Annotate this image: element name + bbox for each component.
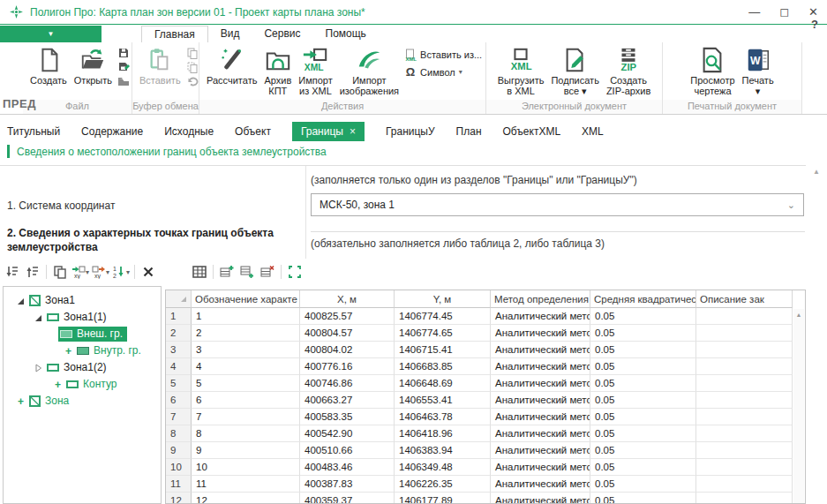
- column-header-5[interactable]: Средняя квадратичес: [590, 290, 696, 308]
- table-scrollbar[interactable]: ▲: [793, 309, 804, 503]
- column-header-6[interactable]: Описание зак: [696, 290, 793, 308]
- table-cell[interactable]: Аналитический метс: [491, 392, 590, 409]
- table-cell[interactable]: [696, 425, 793, 442]
- doc-tab-4[interactable]: Границы×: [292, 122, 365, 141]
- doc-tab-0[interactable]: Титульный: [7, 125, 60, 138]
- table-cell[interactable]: Аналитический метс: [491, 442, 590, 459]
- table-cell[interactable]: 1406683.85: [395, 358, 491, 375]
- import-xml-button[interactable]: XML Импорт из XML: [295, 45, 335, 98]
- export-xml-button[interactable]: XML Выгрузить в XML: [494, 45, 548, 98]
- undo-icon[interactable]: [186, 75, 199, 87]
- row-number-cell[interactable]: 3: [166, 342, 192, 358]
- table-cell[interactable]: 400483.46: [300, 459, 395, 476]
- table-cell[interactable]: 400825.57: [300, 308, 395, 325]
- table-cell[interactable]: [696, 308, 793, 325]
- close-project-icon[interactable]: [117, 75, 130, 87]
- menu-tab-1[interactable]: Вид: [208, 26, 252, 42]
- sign-all-button[interactable]: Подписать все ▾: [547, 45, 602, 98]
- table-cell[interactable]: 400510.66: [300, 442, 395, 459]
- table-cell[interactable]: [696, 409, 793, 425]
- scroll-up-icon[interactable]: ▲: [809, 168, 823, 176]
- new-button[interactable]: Создать: [26, 45, 71, 87]
- table-cell[interactable]: 6: [192, 392, 300, 409]
- add-row-below-button[interactable]: [238, 263, 256, 281]
- table-cell[interactable]: 400776.16: [300, 358, 395, 375]
- table-cell[interactable]: 1406177.89: [395, 493, 491, 504]
- table-cell[interactable]: [696, 392, 793, 409]
- table-cell[interactable]: 0.05: [590, 476, 696, 493]
- copy-icon[interactable]: [186, 47, 199, 59]
- doc-tab-2[interactable]: Исходные: [164, 125, 214, 138]
- tree-item-5[interactable]: +Контур: [4, 376, 161, 393]
- table-cell[interactable]: Аналитический метс: [491, 308, 590, 325]
- table-cell[interactable]: 400387.83: [300, 476, 395, 493]
- table-cell[interactable]: 0.05: [590, 409, 696, 425]
- table-cell[interactable]: [696, 342, 793, 358]
- table-cell[interactable]: 1406349.48: [395, 459, 491, 476]
- minimize-icon[interactable]: —: [748, 6, 760, 18]
- table-cell[interactable]: 0.05: [590, 493, 696, 504]
- column-header-1[interactable]: Обозначение характе: [192, 290, 300, 308]
- row-number-cell[interactable]: 6: [166, 392, 192, 409]
- doc-tab-1[interactable]: Содержание: [81, 125, 143, 138]
- row-number-cell[interactable]: 10: [166, 459, 192, 476]
- tree-expander-closed-icon[interactable]: [34, 364, 42, 372]
- table-cell[interactable]: Аналитический метс: [491, 493, 590, 504]
- doc-tab-8[interactable]: XML: [582, 125, 604, 138]
- table-cell[interactable]: 1406774.65: [395, 325, 491, 342]
- table-cell[interactable]: 1406463.78: [395, 409, 491, 425]
- table-cell[interactable]: [696, 375, 793, 392]
- save-as-icon[interactable]: [117, 61, 130, 73]
- table-cell[interactable]: 1406715.41: [395, 342, 491, 358]
- menu-tab-3[interactable]: Помощь: [313, 26, 379, 42]
- row-number-cell[interactable]: 1: [166, 308, 192, 325]
- table-cell[interactable]: 11: [192, 476, 300, 493]
- create-zip-button[interactable]: ZIP Создать ZIP-архив: [603, 45, 654, 98]
- tree-item-4[interactable]: Зона1(2): [4, 359, 161, 376]
- table-cell[interactable]: [696, 459, 793, 476]
- table-settings-button[interactable]: [191, 263, 208, 281]
- help-button[interactable]: ?: [811, 18, 818, 31]
- open-button[interactable]: Открыть: [71, 45, 116, 87]
- table-cell[interactable]: [696, 358, 793, 375]
- table-cell[interactable]: 9: [192, 442, 300, 459]
- renumber-points-button[interactable]: 1 2 ▾: [112, 265, 130, 279]
- table-cell[interactable]: 5: [192, 375, 300, 392]
- column-header-4[interactable]: Метод определения к: [491, 290, 590, 308]
- doc-tab-7[interactable]: ОбъектXML: [503, 125, 561, 138]
- save-icon[interactable]: [117, 47, 130, 59]
- row-number-cell[interactable]: 5: [166, 375, 192, 392]
- row-number-cell[interactable]: 12: [166, 493, 192, 504]
- fit-table-button[interactable]: [286, 263, 304, 281]
- doc-tab-3[interactable]: Объект: [235, 125, 271, 138]
- tree-item-6[interactable]: +Зона: [4, 393, 161, 410]
- row-number-cell[interactable]: 4: [166, 358, 192, 375]
- table-cell[interactable]: 400804.57: [300, 325, 395, 342]
- table-cell[interactable]: Аналитический метс: [491, 342, 590, 358]
- insert-from-button[interactable]: XML Вставить из...: [404, 49, 482, 61]
- table-cell[interactable]: 2: [192, 325, 300, 342]
- table-cell[interactable]: 0.05: [590, 425, 696, 442]
- row-number-cell[interactable]: 9: [166, 442, 192, 459]
- table-cell[interactable]: Аналитический метс: [491, 409, 590, 425]
- table-cell[interactable]: 400746.86: [300, 375, 395, 392]
- app-menu-button[interactable]: ▼: [0, 26, 101, 42]
- menu-tab-2[interactable]: Сервис: [252, 26, 312, 42]
- menu-tab-0[interactable]: Главная: [141, 26, 208, 42]
- tree-item-2[interactable]: Внеш. гр.: [4, 326, 161, 342]
- table-cell[interactable]: 4: [192, 358, 300, 375]
- close-icon[interactable]: ✕: [808, 6, 818, 18]
- table-cell[interactable]: 400663.27: [300, 392, 395, 409]
- preview-drawing-button[interactable]: Просмотр чертежа: [687, 45, 738, 98]
- table-cell[interactable]: 0.05: [590, 342, 696, 358]
- doc-tab-6[interactable]: План: [456, 125, 482, 138]
- row-number-cell[interactable]: 7: [166, 409, 192, 425]
- archive-kpt-button[interactable]: Архив КПТ: [260, 45, 295, 98]
- table-cell[interactable]: 1406383.94: [395, 442, 491, 459]
- delete-element-button[interactable]: [139, 263, 157, 281]
- tree-item-0[interactable]: Зона1: [4, 292, 161, 309]
- doc-tab-5[interactable]: ГраницыУ: [386, 125, 435, 138]
- table-cell[interactable]: 400804.02: [300, 342, 395, 358]
- scroll-up-icon[interactable]: ▲: [793, 309, 804, 318]
- paste-button[interactable]: Вставить: [136, 45, 184, 87]
